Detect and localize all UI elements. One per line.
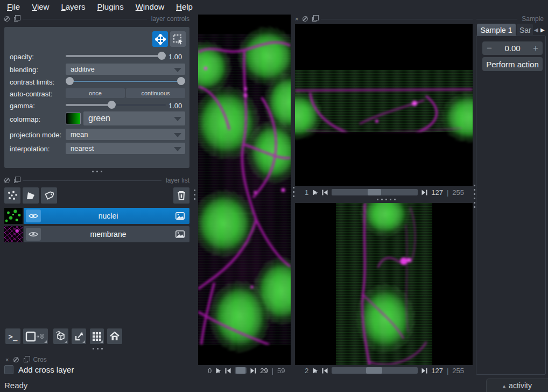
colormap-dropdown[interactable]: green <box>83 111 185 125</box>
menu-view[interactable]: View <box>26 1 55 12</box>
tab-scroll-left-arrow[interactable]: ◀ <box>534 27 538 33</box>
range-handle-low[interactable] <box>66 77 74 85</box>
tab-sample-1[interactable]: Sample 1 <box>477 24 516 36</box>
splitter-handle[interactable] <box>377 199 396 200</box>
frame-slider[interactable] <box>332 189 418 195</box>
first-frame-button[interactable] <box>322 368 328 374</box>
hide-panel-icon[interactable] <box>4 178 10 183</box>
projection-mode-value: mean <box>71 130 88 138</box>
ortho-top-header: × <box>295 15 473 23</box>
transform-button[interactable] <box>170 31 186 47</box>
slider-handle[interactable] <box>108 101 116 109</box>
menu-window[interactable]: Window <box>130 1 170 12</box>
header-divider <box>321 19 473 19</box>
grid-view-button[interactable] <box>90 328 104 344</box>
play-button[interactable] <box>312 368 318 374</box>
layer-controls-header: layer controls <box>4 15 189 23</box>
play-button[interactable] <box>312 190 318 195</box>
tab-scroll-right-arrow[interactable]: ▶ <box>540 27 545 33</box>
menu-help[interactable]: Help <box>170 1 199 12</box>
delete-layer-button[interactable] <box>173 187 189 204</box>
activity-button[interactable]: ▴ activity <box>486 379 548 392</box>
float-panel-icon[interactable] <box>312 17 317 22</box>
new-labels-layer-button[interactable] <box>41 187 57 204</box>
float-panel-icon[interactable] <box>14 17 18 22</box>
frame-slider[interactable] <box>332 367 418 374</box>
first-frame-button[interactable] <box>322 190 328 195</box>
dock-drag-handle[interactable] <box>194 190 195 201</box>
roll-dimensions-button[interactable] <box>53 328 68 344</box>
frame-slider-handle[interactable] <box>366 367 382 374</box>
toolbar-resize-handle[interactable] <box>93 348 103 349</box>
float-panel-icon[interactable] <box>24 358 28 362</box>
opacity-slider[interactable] <box>66 52 166 60</box>
panel-resize-handle[interactable] <box>92 171 103 172</box>
layer-row-body[interactable]: membrane <box>24 226 189 242</box>
current-frame: 29 <box>260 367 268 375</box>
transpose-button[interactable] <box>72 328 86 344</box>
add-cross-layer-checkbox[interactable] <box>4 365 13 374</box>
gamma-slider[interactable] <box>66 101 166 109</box>
frame-separator: | <box>272 367 273 375</box>
layer-name: membrane <box>41 230 175 239</box>
main-canvas-image <box>198 34 291 345</box>
tab-sample-2-truncated[interactable]: Sar <box>517 24 533 36</box>
hide-panel-icon[interactable] <box>13 357 19 362</box>
console-button[interactable]: >_ <box>5 328 20 344</box>
frame-slider-handle[interactable] <box>236 367 245 374</box>
ndisplay-toggle-button[interactable] <box>23 328 48 344</box>
continuous-button[interactable]: continuous <box>126 88 185 98</box>
sample-spinbox[interactable]: − 0.00 + <box>482 41 543 55</box>
pan-zoom-button[interactable] <box>152 31 168 47</box>
hide-panel-icon[interactable] <box>4 16 10 22</box>
main-canvas[interactable] <box>198 15 291 365</box>
menu-plugins[interactable]: Plugins <box>91 1 129 12</box>
frame-slider[interactable] <box>235 367 247 374</box>
layer-row-membrane[interactable]: membrane <box>4 226 189 242</box>
projection-mode-dropdown[interactable]: mean <box>66 129 185 140</box>
layer-row-body[interactable]: nuclei <box>24 208 189 224</box>
colormap-value: green <box>88 114 110 123</box>
spin-decrement-button[interactable]: − <box>482 43 496 54</box>
home-reset-view-button[interactable] <box>107 328 122 344</box>
spin-increment-button[interactable]: + <box>529 43 543 54</box>
last-frame-button[interactable] <box>421 190 427 195</box>
hide-panel-icon[interactable] <box>303 16 308 22</box>
eye-icon <box>29 231 38 237</box>
layer-list-header: layer list <box>4 177 189 184</box>
pan-arrows-icon <box>155 34 166 45</box>
ortho-bottom-canvas[interactable] <box>295 203 473 365</box>
contrast-limits-slider[interactable] <box>66 77 185 85</box>
layer-name: nuclei <box>41 212 175 220</box>
play-button[interactable] <box>215 368 221 374</box>
frame-slider-handle[interactable] <box>368 189 381 195</box>
first-frame-button[interactable] <box>225 368 231 374</box>
visibility-eye-button[interactable] <box>26 209 41 222</box>
menu-file[interactable]: File <box>1 1 26 12</box>
new-points-layer-button[interactable] <box>4 187 20 204</box>
close-panel-icon[interactable]: × <box>295 17 298 22</box>
range-handle-high[interactable] <box>177 77 185 85</box>
blending-dropdown[interactable]: additive <box>66 64 185 75</box>
spin-value[interactable]: 0.00 <box>496 44 529 53</box>
perform-action-button[interactable]: Perform action <box>482 57 543 71</box>
once-button[interactable]: once <box>66 88 125 98</box>
last-frame-button[interactable] <box>421 368 427 374</box>
new-shapes-layer-button[interactable] <box>23 187 39 204</box>
noise-overlay <box>198 34 291 345</box>
slider-handle[interactable] <box>158 52 166 60</box>
interpolation-dropdown[interactable]: nearest <box>66 143 185 154</box>
header-divider <box>476 19 517 19</box>
dock-drag-handle[interactable] <box>293 187 294 200</box>
layer-row-nuclei[interactable]: nuclei <box>4 208 189 224</box>
ortho-top-canvas[interactable] <box>295 24 473 186</box>
last-frame-button[interactable] <box>250 368 256 374</box>
home-icon <box>109 331 120 341</box>
close-panel-icon[interactable]: × <box>5 358 9 362</box>
float-panel-icon[interactable] <box>14 179 18 183</box>
ortho-bottom-dim-slider-bar: 2 127 | 255 <box>295 366 473 375</box>
visibility-eye-button[interactable] <box>26 228 41 241</box>
splitter-handle[interactable] <box>474 185 475 208</box>
slider-fill <box>66 55 161 57</box>
menu-layers[interactable]: Layers <box>55 1 91 12</box>
